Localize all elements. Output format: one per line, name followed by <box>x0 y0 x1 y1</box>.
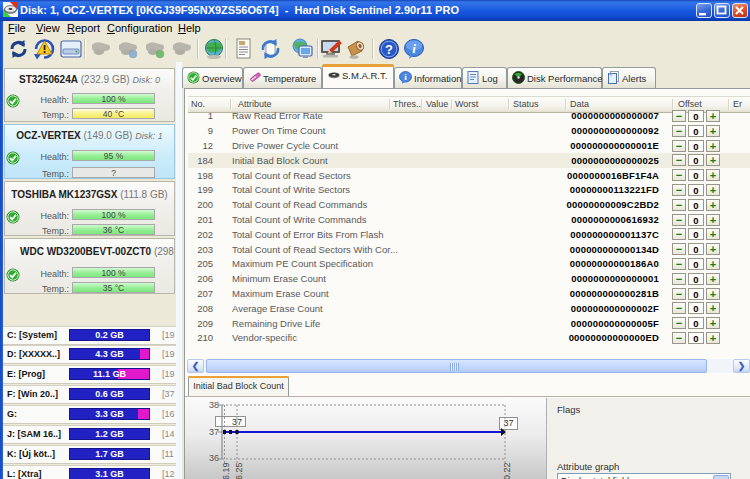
svg-text:i: i <box>412 41 416 56</box>
svg-text:?: ? <box>385 42 393 57</box>
